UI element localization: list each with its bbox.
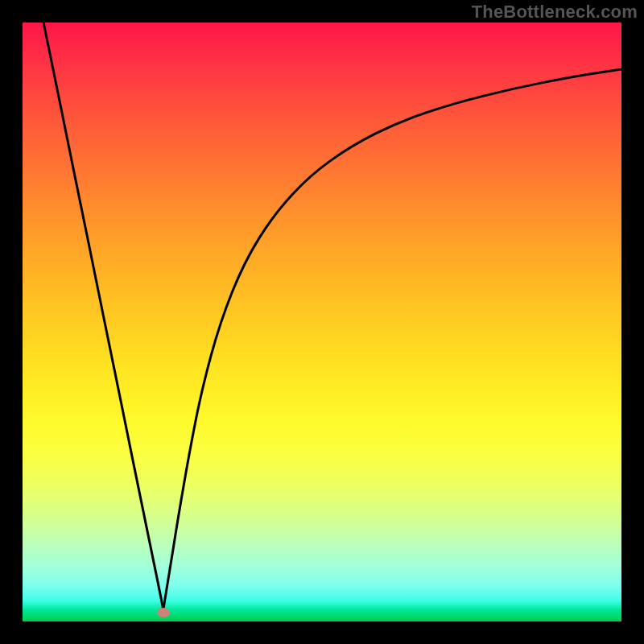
chart-container: TheBottleneck.com (0, 0, 644, 644)
curve-svg (23, 23, 621, 621)
plot-area (23, 23, 621, 621)
optimum-marker (157, 608, 170, 617)
watermark-label: TheBottleneck.com (472, 2, 638, 23)
curve-right (163, 69, 621, 609)
curve-left (43, 23, 163, 609)
